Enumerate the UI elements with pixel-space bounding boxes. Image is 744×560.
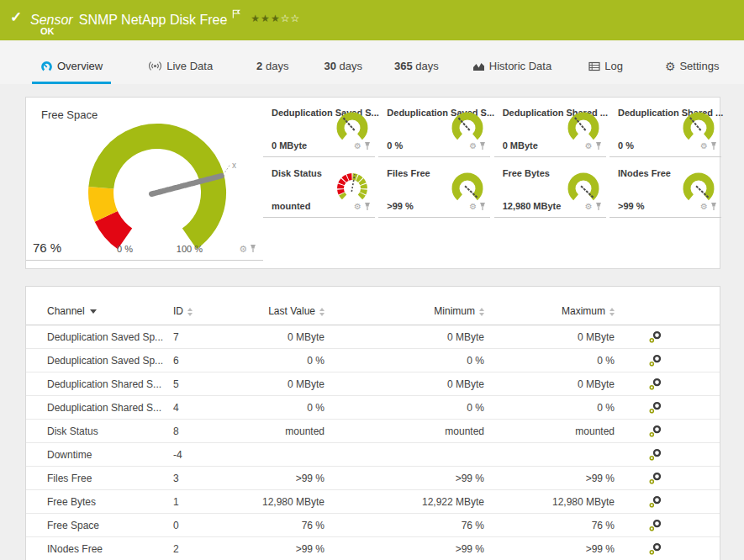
cell-actions bbox=[619, 537, 720, 560]
gear-icon[interactable]: ⚙ bbox=[700, 203, 708, 211]
tile-value: 12,980 MByte bbox=[503, 201, 562, 211]
gauge-corner-actions: ⚙ bbox=[354, 139, 371, 154]
channel-settings-icon[interactable] bbox=[648, 495, 662, 507]
channel-settings-icon[interactable] bbox=[648, 448, 662, 460]
cell-last_value: 0 MByte bbox=[249, 325, 329, 349]
channel-settings-icon[interactable] bbox=[648, 330, 662, 342]
tab-30-days[interactable]: 30 days bbox=[324, 60, 362, 84]
tab-overview[interactable]: Overview bbox=[40, 60, 103, 84]
cell-channel: Deduplication Shared S... bbox=[26, 372, 173, 396]
tab-label: Live Data bbox=[166, 60, 213, 72]
pin-icon[interactable] bbox=[250, 241, 256, 256]
pin-icon[interactable] bbox=[710, 139, 717, 154]
channel-settings-icon[interactable] bbox=[648, 542, 662, 554]
table-row-deduplication-shared-s-[interactable]: Deduplication Shared S...50 MByte0 MByte… bbox=[26, 372, 720, 396]
gear-icon[interactable]: ⚙ bbox=[700, 142, 708, 151]
cell-channel: Deduplication Shared S... bbox=[26, 396, 173, 420]
column-header-minimum[interactable]: Minimum bbox=[329, 287, 488, 325]
pin-icon[interactable] bbox=[710, 199, 717, 214]
priority-stars[interactable]: ★★★☆☆ bbox=[251, 13, 300, 24]
cell-maximum: >99 % bbox=[488, 467, 619, 490]
cell-maximum: mounted bbox=[488, 420, 619, 443]
pin-icon[interactable] bbox=[595, 139, 602, 154]
tile-title: Disk Status bbox=[272, 168, 322, 178]
gauge-corner-actions: ⚙ bbox=[239, 241, 256, 256]
pin-icon[interactable] bbox=[364, 139, 371, 154]
gauge-tile: INodes Free>99 %⚙ bbox=[609, 161, 721, 218]
cell-last_value: >99 % bbox=[249, 467, 329, 490]
table-row-deduplication-saved-sp-[interactable]: Deduplication Saved Sp...70 MByte0 MByte… bbox=[26, 325, 720, 349]
broadcast-icon bbox=[148, 61, 162, 71]
pin-icon[interactable] bbox=[595, 199, 602, 214]
tab-2-days[interactable]: 2 days bbox=[256, 60, 288, 84]
table-row-deduplication-shared-s-[interactable]: Deduplication Shared S...40 %0 %0 % bbox=[26, 396, 720, 420]
tab-log[interactable]: Log bbox=[588, 60, 623, 84]
cell-maximum: 0 MByte bbox=[488, 372, 619, 396]
table-row-files-free[interactable]: Files Free3>99 %>99 %>99 % bbox=[26, 467, 720, 490]
cell-id: 7 bbox=[173, 325, 249, 349]
gear-icon[interactable]: ⚙ bbox=[469, 203, 477, 211]
cell-minimum: 0 MByte bbox=[329, 325, 488, 349]
channel-settings-icon[interactable] bbox=[648, 519, 662, 531]
tab-historic-data[interactable]: Historic Data bbox=[472, 60, 551, 84]
channel-settings-icon[interactable] bbox=[648, 378, 662, 389]
cell-actions bbox=[619, 490, 720, 514]
cell-last_value: mounted bbox=[249, 420, 329, 443]
column-header-last_value[interactable]: Last Value bbox=[249, 287, 329, 325]
cell-actions bbox=[619, 467, 720, 490]
star-empty-icons: ☆☆ bbox=[281, 13, 301, 24]
cell-minimum: 12,922 MByte bbox=[329, 490, 488, 514]
table-row-downtime[interactable]: Downtime-4 bbox=[26, 443, 720, 467]
sort-icon bbox=[187, 308, 193, 316]
tab-live-data[interactable]: Live Data bbox=[148, 60, 213, 84]
gear-icon[interactable]: ⚙ bbox=[585, 142, 593, 151]
cell-actions bbox=[619, 514, 720, 537]
cell-channel: Files Free bbox=[26, 467, 173, 490]
channel-settings-icon[interactable] bbox=[648, 472, 662, 483]
cell-maximum: 0 % bbox=[488, 349, 619, 372]
cell-actions bbox=[619, 372, 720, 396]
table-row-disk-status[interactable]: Disk Status8mountedmountedmounted bbox=[26, 420, 720, 443]
cell-minimum bbox=[329, 443, 488, 467]
cell-last_value: 12,980 MByte bbox=[249, 490, 329, 514]
cell-actions bbox=[619, 396, 720, 420]
gear-icon[interactable]: ⚙ bbox=[354, 142, 361, 151]
cell-maximum: 12,980 MByte bbox=[488, 490, 619, 514]
column-header-channel[interactable]: Channel bbox=[26, 287, 173, 325]
cell-minimum: >99 % bbox=[329, 537, 488, 560]
tab-label: Historic Data bbox=[489, 60, 551, 72]
gear-icon[interactable]: ⚙ bbox=[585, 203, 593, 211]
tile-title: Free Bytes bbox=[503, 168, 550, 178]
table-row-inodes-free[interactable]: INodes Free2>99 %>99 %>99 % bbox=[26, 537, 720, 560]
column-header-id[interactable]: ID bbox=[173, 287, 249, 325]
tab-label: 2 days bbox=[256, 60, 288, 72]
svg-text:100 %: 100 % bbox=[177, 244, 203, 254]
table-row-free-bytes[interactable]: Free Bytes112,980 MByte12,922 MByte12,98… bbox=[26, 490, 720, 514]
tab-365-days[interactable]: 365 days bbox=[394, 60, 439, 84]
main-gauge-panel: Free Space x0 %100 % 76 % ⚙ bbox=[26, 98, 263, 261]
gear-icon[interactable]: ⚙ bbox=[354, 203, 361, 211]
gear-icon[interactable]: ⚙ bbox=[239, 245, 247, 254]
channel-settings-icon[interactable] bbox=[648, 425, 662, 436]
table-row-free-space[interactable]: Free Space076 %76 %76 % bbox=[26, 514, 720, 537]
column-header-maximum[interactable]: Maximum bbox=[488, 287, 619, 325]
gauge-icon bbox=[40, 61, 53, 72]
table-row-deduplication-saved-sp-[interactable]: Deduplication Saved Sp...60 %0 %0 % bbox=[26, 349, 720, 372]
cell-channel: Free Space bbox=[26, 514, 173, 537]
main-gauge-value: 76 % bbox=[33, 240, 61, 255]
cell-channel: Deduplication Saved Sp... bbox=[26, 349, 173, 372]
gauge-tile: Deduplication Saved S...0 MByte⚙ bbox=[263, 101, 375, 157]
pin-icon[interactable] bbox=[479, 139, 486, 154]
pin-icon[interactable] bbox=[364, 199, 371, 214]
cell-last_value: >99 % bbox=[249, 537, 329, 560]
flag-icon[interactable] bbox=[232, 7, 240, 22]
cell-last_value: 76 % bbox=[249, 514, 329, 537]
pin-icon[interactable] bbox=[479, 199, 486, 214]
tab-settings[interactable]: ⚙Settings bbox=[665, 60, 720, 84]
gear-icon[interactable]: ⚙ bbox=[469, 142, 477, 151]
channel-settings-icon[interactable] bbox=[648, 354, 662, 366]
gauges-panel: Free Space x0 %100 % 76 % ⚙ Deduplicatio… bbox=[25, 97, 720, 269]
cell-id: 5 bbox=[173, 372, 249, 396]
channel-settings-icon[interactable] bbox=[648, 401, 662, 413]
cell-id: -4 bbox=[173, 443, 249, 467]
